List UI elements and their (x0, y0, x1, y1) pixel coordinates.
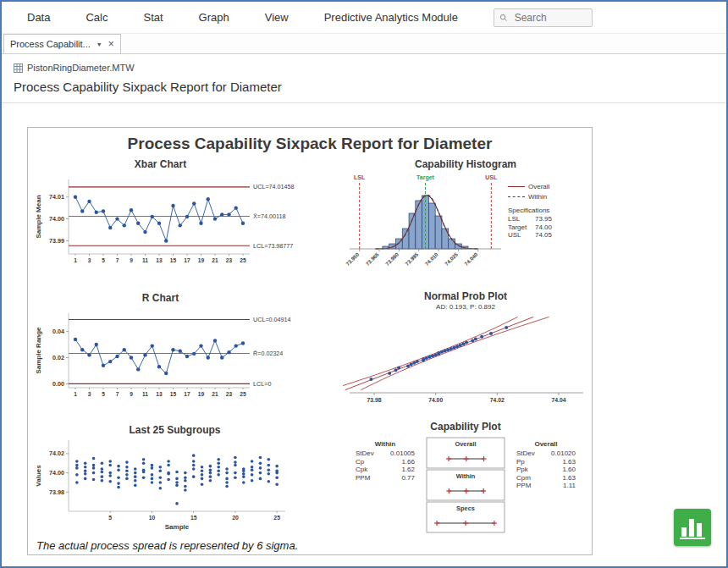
prob-svg: 73.9874.0074.0274.04 (343, 312, 588, 411)
within-ppm-value: 0.77 (401, 474, 415, 483)
overall-stats-block: Overall StDev0.01020 Pp1.63 Ppk1.60 Cpm1… (516, 437, 576, 540)
svg-text:74.00: 74.00 (49, 469, 64, 477)
capability-intervals: OverallWithinSpecs (422, 437, 510, 540)
svg-text:13: 13 (156, 257, 163, 263)
svg-text:3: 3 (88, 257, 91, 263)
overall-stdev-label: StDev (516, 449, 535, 458)
within-cpk-label: Cpk (356, 466, 367, 474)
svg-text:15: 15 (170, 257, 177, 263)
svg-text:13: 13 (156, 391, 163, 397)
capability-plot-title: Capability Plot (343, 421, 588, 433)
spec-row-lsl: LSL 73.95 (508, 215, 586, 223)
svg-text:17: 17 (184, 391, 190, 397)
svg-text:5: 5 (108, 515, 112, 521)
overall-cpm-label: Cpm (516, 474, 531, 483)
svg-text:11: 11 (142, 391, 148, 397)
specifications-title: Specifications (508, 207, 586, 214)
svg-text:74.04: 74.04 (551, 397, 565, 403)
svg-text:9: 9 (130, 391, 133, 397)
within-stdev-row: StDev0.01005 (356, 449, 415, 458)
svg-text:Specs: Specs (456, 505, 475, 512)
normal-prob-plot-cell: Normal Prob Plot AD: 0.193, P: 0.892 73.… (343, 290, 588, 419)
svg-text:LSL: LSL (354, 174, 366, 180)
svg-text:74.040: 74.040 (463, 251, 479, 267)
within-ppm-row: PPM0.77 (356, 474, 415, 483)
menu-item-view[interactable]: View (265, 11, 289, 24)
svg-text:74.00: 74.00 (428, 397, 443, 403)
assistant-button[interactable] (674, 509, 711, 546)
search-input[interactable] (513, 11, 587, 25)
svg-text:74.025: 74.025 (444, 251, 460, 267)
svg-text:LCL=0: LCL=0 (253, 380, 271, 388)
overall-ppm-value: 1.11 (563, 482, 576, 490)
xbar-plot: UCL=74.01458X̄=74.00118LCL=73.9877773.99… (33, 171, 317, 288)
svg-text:25: 25 (240, 257, 246, 263)
overall-stats-title: Overall (516, 440, 576, 448)
svg-text:X̄=74.00118: X̄=74.00118 (253, 212, 285, 220)
tab-label: Process Capabilit... (10, 39, 91, 49)
svg-text:0.00: 0.00 (52, 380, 64, 388)
header-divider (2, 102, 726, 103)
worksheet-icon (14, 63, 23, 73)
overall-stdev-value: 0.01020 (551, 449, 576, 458)
menu-item-calc[interactable]: Calc (85, 11, 108, 24)
svg-text:3: 3 (88, 391, 91, 397)
overall-cpm-row: Cpm1.63 (516, 474, 576, 483)
tab-process-capability[interactable]: Process Capabilit... ▼ × (3, 34, 121, 53)
menu-item-stat[interactable]: Stat (143, 11, 163, 24)
svg-text:74.02: 74.02 (490, 397, 505, 403)
within-cp-label: Cp (356, 458, 364, 466)
svg-text:7: 7 (116, 391, 119, 397)
prob-plot-title: Normal Prob Plot (343, 290, 588, 303)
close-icon[interactable]: × (108, 40, 114, 48)
legend-within: Within (508, 193, 586, 201)
hist-svg: LSLTargetUSL73.95073.96573.98073.99574.0… (343, 171, 508, 286)
svg-text:17: 17 (184, 257, 190, 263)
svg-text:73.995: 73.995 (404, 251, 420, 267)
svg-text:Values: Values (35, 465, 42, 487)
menu-item-data[interactable]: Data (27, 11, 50, 24)
svg-text:25: 25 (240, 391, 246, 397)
svg-text:23: 23 (226, 257, 233, 263)
capplot-svg: OverallWithinSpecs (422, 437, 510, 537)
spec-usl-label: USL (508, 231, 535, 240)
svg-text:10: 10 (149, 515, 156, 521)
app-window: Data Calc Stat Graph View Predictive Ana… (0, 0, 728, 568)
within-ppm-label: PPM (356, 474, 370, 483)
menu-item-predictive-analytics[interactable]: Predictive Analytics Module (324, 11, 458, 24)
histogram-title: Capability Histogram (343, 158, 588, 171)
xbar-svg: UCL=74.01458X̄=74.00118LCL=73.9877773.99… (33, 171, 312, 284)
svg-text:23: 23 (226, 391, 233, 397)
spec-usl-value: 74.05 (535, 231, 552, 240)
svg-text:73.98: 73.98 (49, 488, 64, 496)
within-cp-row: Cp1.66 (356, 458, 415, 466)
rchart-svg: UCL=0.04914R̄=0.02324LCL=00.000.020.0413… (33, 305, 312, 418)
chevron-down-icon[interactable]: ▼ (97, 41, 102, 47)
svg-text:73.980: 73.980 (384, 251, 400, 267)
overall-ppk-row: Ppk1.60 (516, 466, 576, 474)
svg-text:74.00: 74.00 (49, 215, 64, 223)
search-box[interactable] (494, 8, 593, 27)
svg-text:Sample: Sample (165, 523, 190, 531)
overall-line-icon (508, 186, 525, 187)
svg-text:74.010: 74.010 (423, 251, 439, 267)
prob-plot-subtitle: AD: 0.193, P: 0.892 (343, 303, 588, 312)
svg-text:LCL=73.98777: LCL=73.98777 (253, 242, 293, 250)
svg-text:25: 25 (273, 515, 280, 521)
overall-cpm-value: 1.63 (562, 474, 576, 483)
xbar-chart-cell: Xbar Chart UCL=74.01458X̄=74.00118LCL=73… (33, 158, 317, 289)
r-chart-cell: R Chart UCL=0.04914R̄=0.02324LCL=00.000.… (33, 292, 317, 422)
svg-text:11: 11 (142, 257, 148, 263)
svg-text:20: 20 (232, 515, 239, 521)
svg-text:UCL=0.04914: UCL=0.04914 (253, 316, 291, 323)
spec-lsl-label: LSL (508, 215, 535, 223)
svg-text:74.02: 74.02 (49, 449, 64, 457)
svg-text:21: 21 (212, 257, 218, 263)
menu-item-graph[interactable]: Graph (199, 11, 229, 24)
svg-text:Within: Within (456, 472, 476, 480)
svg-text:R̄=0.02324: R̄=0.02324 (253, 350, 283, 357)
svg-text:73.950: 73.950 (345, 251, 361, 267)
worksheet-row: PistonRingDiameter.MTW (14, 63, 714, 73)
svg-text:19: 19 (198, 391, 205, 397)
r-chart-title: R Chart (33, 292, 317, 305)
